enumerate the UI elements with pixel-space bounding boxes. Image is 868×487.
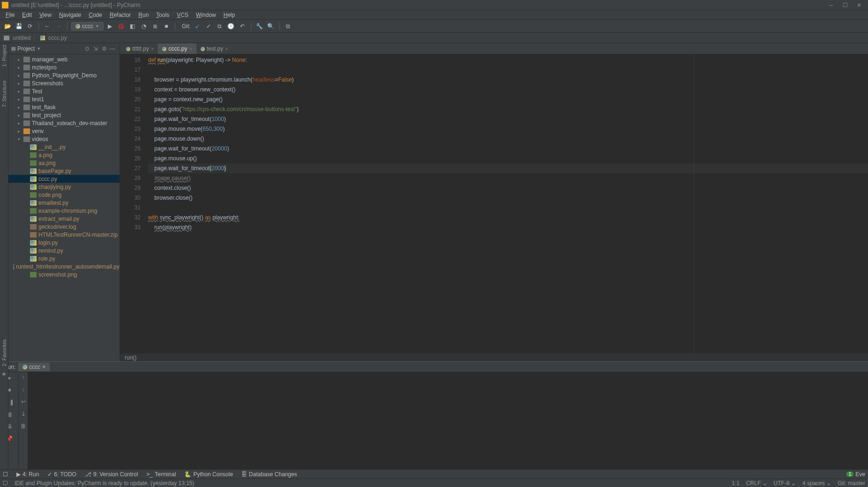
gear-icon[interactable]: ⚙	[100, 45, 108, 52]
tree-item[interactable]: a.png	[8, 151, 120, 159]
git-branch[interactable]: Git: master	[838, 480, 865, 487]
tree-item[interactable]: chaojiying.py	[8, 183, 120, 191]
tree-item[interactable]: role.py	[8, 255, 120, 262]
expand-icon[interactable]: ⇲	[91, 45, 100, 52]
menu-navigate[interactable]: Navigate	[55, 11, 85, 19]
show-tools-icon[interactable]: ☐	[3, 471, 8, 478]
tree-item[interactable]: geckodriver.log	[8, 223, 120, 231]
minimize-button[interactable]: ─	[824, 2, 838, 8]
close-icon[interactable]: ×	[189, 46, 192, 52]
scroll-icon[interactable]: ⤓	[21, 411, 26, 417]
project-tree[interactable]: ▸manager_web▸mztestpro▸Python_Playwright…	[8, 54, 120, 361]
run-config-selector[interactable]: cccc ▼	[71, 22, 104, 30]
tree-item[interactable]: extract_email.py	[8, 215, 120, 223]
up-icon[interactable]: ↑	[22, 374, 25, 381]
locate-icon[interactable]: ⊙	[83, 45, 91, 52]
vcs-update-icon[interactable]: ↙	[193, 22, 202, 31]
tree-item[interactable]: ▸Thailand_xsteach_dev-master	[8, 119, 120, 127]
editor-tab[interactable]: tttttt.py×	[122, 44, 158, 54]
save-icon[interactable]: 💾	[14, 22, 23, 31]
toolwindow-versioncontrol[interactable]: ⎇9: Version Control	[85, 471, 138, 478]
maximize-button[interactable]: ☐	[838, 2, 852, 8]
menu-code[interactable]: Code	[85, 11, 106, 19]
toolwindow-terminal[interactable]: >_Terminal	[146, 471, 176, 478]
open-icon[interactable]: 📂	[3, 22, 12, 31]
vcs-commit-icon[interactable]: ✓	[204, 22, 213, 31]
editor-breadcrumb[interactable]: run()	[120, 353, 868, 361]
run-console[interactable]	[28, 372, 868, 469]
tree-item[interactable]: remind.py	[8, 247, 120, 255]
chevron-down-icon[interactable]: ▼	[37, 46, 41, 51]
tree-item[interactable]: code.png	[8, 191, 120, 199]
close-icon[interactable]: ×	[151, 46, 154, 52]
tree-item[interactable]: ▸Screenshots	[8, 79, 120, 87]
menu-file[interactable]: File	[2, 11, 18, 19]
menu-run[interactable]: Run	[135, 11, 152, 19]
toolwindow-pythonconsole[interactable]: 🐍Python Console	[184, 471, 233, 478]
stop-icon[interactable]: ■	[162, 22, 171, 31]
tree-item[interactable]: ▸Test	[8, 87, 120, 95]
wrap-icon[interactable]: ⧉	[284, 22, 293, 31]
tree-item[interactable]: ▾videos	[8, 135, 120, 143]
breadcrumb-file[interactable]: cccc.py	[48, 35, 67, 41]
vcs-revert-icon[interactable]: ↶	[238, 22, 247, 31]
hide-icon[interactable]: —	[108, 45, 117, 52]
profile-icon[interactable]: ◔	[139, 22, 149, 31]
wrap-icon[interactable]: ↩	[21, 398, 26, 405]
concurrency-icon[interactable]: ≣	[150, 22, 160, 31]
vcs-compare-icon[interactable]: ⧉	[215, 22, 224, 31]
debug-icon[interactable]: 🐞	[117, 22, 126, 31]
search-icon[interactable]: 🔍	[266, 22, 276, 31]
toolwindow-run[interactable]: ▶4: Run	[16, 471, 39, 478]
tree-item[interactable]: screenshot.png	[8, 270, 120, 278]
event-log[interactable]: 1Eve	[846, 471, 865, 478]
toolwindow-todo[interactable]: ✓6: TODO	[47, 471, 76, 478]
menu-help[interactable]: Help	[220, 11, 239, 19]
tree-item[interactable]: ▸test_project	[8, 111, 120, 119]
coverage-icon[interactable]: ◧	[128, 22, 137, 31]
tree-item[interactable]: ▸mztestpro	[8, 63, 120, 71]
menu-edit[interactable]: Edit	[18, 11, 36, 19]
star-icon[interactable]: ★	[1, 371, 7, 377]
menu-tools[interactable]: Tools	[152, 11, 173, 19]
run-tab[interactable]: cccc ×	[18, 363, 50, 371]
tree-item[interactable]: basePage.py	[8, 167, 120, 175]
tree-item[interactable]: HTMLTestRunnerCN-master.zip	[8, 231, 120, 239]
tree-item[interactable]: ▸test_flask	[8, 103, 120, 111]
rail-favorites[interactable]: 2: Favorites	[1, 339, 7, 366]
menu-vcs[interactable]: VCS	[173, 11, 192, 19]
caret-position[interactable]: 1:1	[732, 480, 740, 487]
toolwindow-databasechanges[interactable]: 🗄Database Changes	[241, 471, 297, 478]
close-icon[interactable]: ×	[42, 364, 45, 370]
settings-icon[interactable]: 🔧	[255, 22, 264, 31]
reload-icon[interactable]: ⟳	[25, 22, 35, 31]
close-icon[interactable]: ×	[225, 46, 228, 52]
forward-icon[interactable]: →	[54, 22, 63, 31]
close-button[interactable]: ✕	[852, 2, 866, 8]
tree-item[interactable]: login.py	[8, 239, 120, 247]
menu-refactor[interactable]: Refactor	[106, 11, 135, 19]
editor[interactable]: 161718192021222324252627282930313233 def…	[120, 54, 868, 353]
tree-item[interactable]: emailtest.py	[8, 199, 120, 207]
tree-item[interactable]: __init__.py	[8, 143, 120, 151]
encoding[interactable]: UTF-8 ⌄	[774, 480, 796, 487]
breadcrumb-root[interactable]: untitled	[13, 35, 31, 41]
tree-item[interactable]: ▸Python_Playwright_Demo	[8, 71, 120, 79]
code-area[interactable]: def run(playwright: Playwright) -> None:…	[146, 54, 868, 353]
line-separator[interactable]: CRLF ⌄	[746, 480, 767, 487]
status-icon[interactable]: ☐	[3, 480, 8, 487]
back-icon[interactable]: ←	[43, 22, 52, 31]
menu-view[interactable]: View	[36, 11, 55, 19]
rail-project[interactable]: 1: Project	[1, 45, 7, 67]
editor-tab[interactable]: cccc.py×	[158, 44, 196, 54]
tree-item[interactable]: example-chromium.png	[8, 207, 120, 215]
tree-item[interactable]: runtest_htmltestrunner_autosendemail.py	[8, 262, 120, 270]
tree-item[interactable]: ▸test1	[8, 95, 120, 103]
rail-structure[interactable]: 7: Structure	[1, 81, 7, 107]
tree-item[interactable]: ▸venv	[8, 127, 120, 135]
vcs-history-icon[interactable]: 🕓	[226, 22, 236, 31]
run-icon[interactable]: ▶	[105, 22, 115, 31]
down-icon[interactable]: ↓	[22, 386, 25, 393]
editor-tab[interactable]: test.py×	[196, 44, 232, 54]
clear-icon[interactable]: 🗑	[21, 423, 26, 429]
